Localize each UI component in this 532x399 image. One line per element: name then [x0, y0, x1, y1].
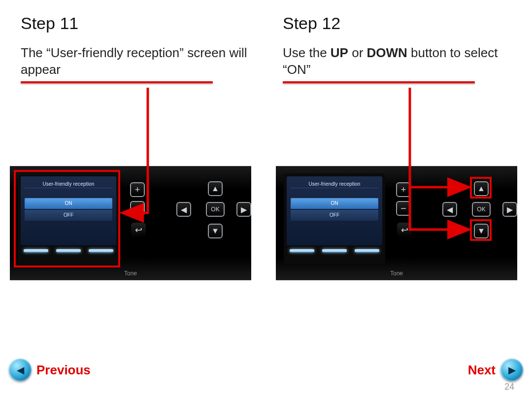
lcd-screen: User-friendly reception ON OFF — [21, 176, 116, 245]
softkey-lights — [21, 245, 116, 252]
ok-button[interactable]: OK — [206, 202, 225, 217]
previous-label: Previous — [36, 363, 91, 378]
step12-underline — [283, 81, 475, 83]
device-panel-step12: User-friendly reception ON OFF + − ↩ ▲ ▼… — [276, 166, 517, 280]
device-panel-step11: User-friendly reception ON OFF + − ↩ ▲ ▼… — [10, 166, 251, 280]
minus-button[interactable]: − — [130, 201, 145, 216]
softkey-lights — [287, 245, 382, 252]
back-button[interactable]: ↩ — [397, 223, 412, 237]
tone-label: Tone — [10, 270, 251, 277]
left-button[interactable]: ◀ — [442, 202, 457, 217]
lcd-screen: User-friendly reception ON OFF — [287, 176, 382, 245]
screen-header: User-friendly reception — [291, 179, 378, 188]
down-button[interactable]: ▼ — [208, 224, 223, 238]
back-button[interactable]: ↩ — [131, 223, 146, 237]
screen-header: User-friendly reception — [25, 179, 112, 188]
page-number: 24 — [504, 382, 514, 392]
instruction-page: Step 11 The “User-friendly reception” sc… — [0, 0, 532, 399]
step12-column: Step 12 Use the UP or DOWN button to sel… — [283, 14, 519, 83]
up-button[interactable]: ▲ — [208, 181, 223, 196]
plus-button[interactable]: + — [130, 182, 145, 197]
triangle-right-icon: ▶ — [500, 359, 523, 381]
option-on-selected: ON — [25, 198, 112, 209]
minus-button[interactable]: − — [396, 201, 411, 216]
step12-title: Step 12 — [283, 14, 519, 33]
option-off: OFF — [25, 210, 112, 221]
next-label: Next — [468, 363, 496, 378]
step11-column: Step 11 The “User-friendly reception” sc… — [21, 14, 257, 83]
step12-description: Use the UP or DOWN button to select “ON” — [283, 45, 519, 78]
right-button[interactable]: ▶ — [236, 202, 251, 217]
plus-button[interactable]: + — [396, 182, 411, 197]
step11-description: The “User-friendly reception” screen wil… — [21, 45, 257, 78]
previous-button[interactable]: ◀ Previous — [9, 359, 91, 381]
right-button[interactable]: ▶ — [502, 202, 517, 217]
triangle-left-icon: ◀ — [9, 359, 32, 381]
step11-title: Step 11 — [21, 14, 257, 33]
down-button[interactable]: ▼ — [474, 224, 489, 238]
option-off: OFF — [291, 210, 378, 221]
ok-button[interactable]: OK — [472, 202, 491, 217]
left-button[interactable]: ◀ — [176, 202, 191, 217]
lcd-screen-frame: User-friendly reception ON OFF — [18, 173, 119, 264]
option-on-selected: ON — [291, 198, 378, 209]
step11-underline — [21, 81, 213, 83]
lcd-screen-frame: User-friendly reception ON OFF — [284, 173, 385, 264]
next-button[interactable]: Next ▶ — [468, 359, 523, 381]
up-button[interactable]: ▲ — [474, 181, 489, 196]
tone-label: Tone — [276, 270, 517, 277]
